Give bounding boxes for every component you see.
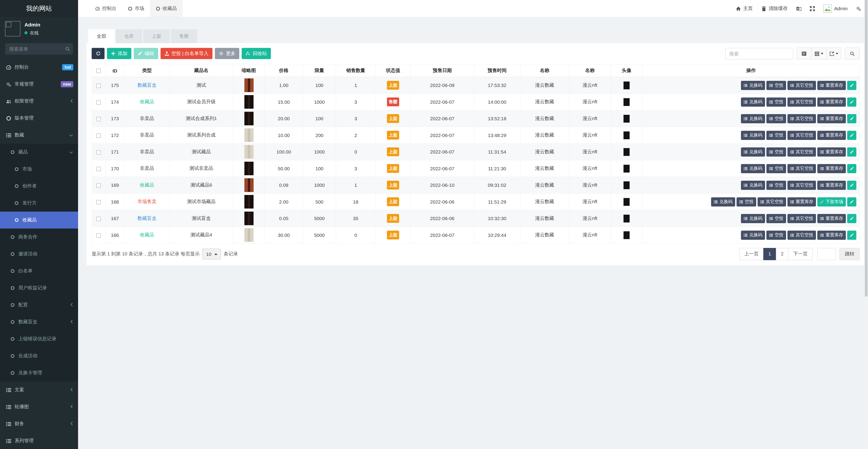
row-checkbox[interactable]	[96, 233, 101, 238]
sidebar-search-input[interactable]	[5, 43, 73, 55]
airdrop-button[interactable]: 空投	[767, 231, 786, 240]
other-airdrop-button[interactable]: 其它空投	[788, 97, 816, 107]
sidebar-item-banner[interactable]: 轮播图	[0, 398, 78, 416]
airdrop-button[interactable]: 空投	[767, 147, 786, 156]
other-airdrop-button[interactable]: 其它空投	[788, 147, 816, 156]
airdrop-button[interactable]: 空投	[767, 164, 786, 173]
airdrop-button[interactable]: 空投	[767, 97, 786, 107]
sidebar-item-auth[interactable]: 权限管理	[0, 93, 78, 110]
edit-row-button[interactable]	[847, 131, 857, 140]
other-airdrop-button[interactable]: 其它空投	[788, 164, 816, 173]
tab-dashboard[interactable]: 控制台	[90, 0, 122, 17]
row-checkbox[interactable]	[96, 84, 101, 88]
more-button[interactable]: 更多	[215, 48, 239, 59]
thumbnail-image[interactable]	[244, 128, 253, 142]
other-airdrop-button[interactable]: 其它空投	[788, 81, 816, 90]
sidebar-item-invite[interactable]: 邀请活动	[0, 246, 78, 263]
window-scrollbar[interactable]	[864, 0, 868, 449]
menu-toggle-icon[interactable]	[78, 0, 90, 17]
thumbnail-image[interactable]	[244, 195, 253, 209]
row-checkbox[interactable]	[96, 183, 101, 188]
page-jump-input[interactable]	[817, 248, 836, 260]
airdrop-button[interactable]: 空投	[767, 131, 786, 140]
add-button[interactable]: 添加	[107, 48, 131, 59]
redeem-code-button[interactable]: 兑换码	[741, 114, 765, 123]
other-airdrop-button[interactable]: 其它空投	[788, 114, 816, 123]
sidebar-item-blindbox[interactable]: 数藏盲盒	[0, 313, 78, 331]
filter-tab-仓库[interactable]: 仓库	[116, 29, 142, 43]
sidebar-item-copywriting[interactable]: 文案	[0, 382, 78, 398]
filter-tab-上架[interactable]: 上架	[143, 29, 170, 43]
edit-row-button[interactable]	[847, 197, 857, 207]
thumbnail-image[interactable]	[244, 162, 253, 175]
redeem-code-button[interactable]: 兑换码	[711, 197, 735, 207]
tab-market[interactable]: 市场	[122, 0, 150, 17]
select-all-checkbox[interactable]	[96, 69, 101, 73]
sidebar-item-compose[interactable]: 合成活动	[0, 348, 78, 364]
reset-stock-button[interactable]: 重置库存	[817, 131, 846, 140]
reset-stock-button[interactable]: 重置库存	[817, 164, 846, 173]
edit-row-button[interactable]	[847, 97, 857, 107]
other-airdrop-button[interactable]: 其它空投	[788, 131, 816, 140]
sidebar-item-business[interactable]: 商务合作	[0, 229, 78, 246]
page-button-2[interactable]: 2	[776, 248, 788, 260]
columns-button[interactable]	[812, 48, 827, 60]
row-checkbox[interactable]	[96, 217, 101, 221]
thumbnail-image[interactable]	[244, 95, 253, 109]
row-checkbox[interactable]	[96, 100, 101, 104]
type-label[interactable]: 收藏品	[140, 99, 154, 104]
redeem-code-button[interactable]: 兑换码	[741, 231, 765, 240]
tab-collections[interactable]: 收藏品	[150, 0, 183, 17]
reset-stock-button[interactable]: 重置库存	[817, 214, 846, 223]
reset-stock-button[interactable]: 重置库存	[788, 197, 816, 207]
nav-clear-cache[interactable]: 清除缓存	[761, 5, 788, 11]
redeem-code-button[interactable]: 兑换码	[741, 214, 765, 223]
type-label[interactable]: 数藏盲盒	[137, 215, 157, 221]
nav-settings[interactable]	[856, 6, 862, 11]
filter-tab-全部[interactable]: 全部	[88, 29, 115, 43]
reset-stock-button[interactable]: 重置库存	[817, 180, 846, 190]
thumbnail-image[interactable]	[244, 79, 253, 92]
market-off-button[interactable]: 下架市场	[817, 197, 846, 207]
next-page-button[interactable]: 下一页	[788, 248, 813, 260]
thumbnail-image[interactable]	[244, 145, 253, 159]
type-label[interactable]: 收藏品	[140, 182, 154, 187]
redeem-code-button[interactable]: 兑换码	[741, 147, 765, 156]
edit-row-button[interactable]	[847, 164, 857, 173]
sidebar-item-redeem-card[interactable]: 兑换卡管理	[0, 364, 78, 382]
edit-row-button[interactable]	[847, 114, 857, 123]
other-airdrop-button[interactable]: 其它空投	[788, 214, 816, 223]
redeem-code-button[interactable]: 兑换码	[741, 131, 765, 140]
edit-row-button[interactable]	[847, 81, 857, 90]
page-jump-button[interactable]: 跳转	[839, 248, 860, 260]
airdrop-button[interactable]: 空投	[767, 214, 786, 223]
row-checkbox[interactable]	[96, 150, 101, 155]
row-checkbox[interactable]	[96, 200, 101, 205]
other-airdrop-button[interactable]: 其它空投	[788, 231, 816, 240]
page-button-1[interactable]: 1	[763, 248, 776, 260]
export-button[interactable]	[827, 48, 841, 60]
edit-button[interactable]: 编辑	[134, 48, 158, 59]
nav-language[interactable]: A	[796, 6, 802, 11]
nav-home[interactable]: 主页	[736, 5, 753, 11]
redeem-code-button[interactable]: 兑换码	[741, 164, 765, 173]
sidebar-item-creator[interactable]: 创作者	[0, 178, 78, 195]
table-search-input[interactable]	[725, 48, 793, 59]
sidebar-item-nft[interactable]: 数藏	[0, 127, 78, 144]
sidebar-item-market[interactable]: 市场	[0, 161, 78, 178]
sidebar-item-finance[interactable]: 财务	[0, 416, 78, 432]
thumbnail-image[interactable]	[244, 212, 253, 225]
nav-fullscreen[interactable]	[810, 6, 815, 11]
reset-stock-button[interactable]: 重置库存	[817, 147, 846, 156]
detail-view-button[interactable]	[797, 48, 812, 60]
page-size-select[interactable]: 10	[202, 249, 221, 260]
sidebar-item-chain-error[interactable]: 上链错误信息记录	[0, 331, 78, 348]
sidebar-item-whitelist[interactable]: 白名单	[0, 263, 78, 280]
thumbnail-image[interactable]	[244, 228, 253, 242]
type-label[interactable]: 市场售卖	[137, 199, 157, 204]
type-label[interactable]: 收藏品	[140, 232, 154, 238]
reset-stock-button[interactable]: 重置库存	[817, 231, 846, 240]
redeem-code-button[interactable]: 兑换码	[741, 180, 765, 190]
sidebar-item-general[interactable]: 常规管理new	[0, 76, 78, 93]
advanced-search-button[interactable]	[845, 48, 860, 60]
